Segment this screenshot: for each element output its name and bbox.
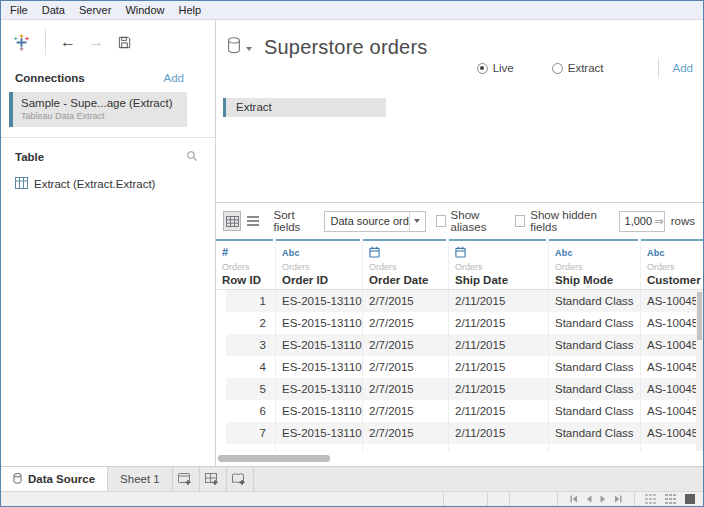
metadata-view-button[interactable] [244, 211, 262, 231]
connection-mode-controls: Live Extract Add [477, 58, 693, 78]
show-tabs-view-button[interactable] [645, 494, 656, 504]
last-sheet-button[interactable] [614, 495, 622, 503]
string-type-icon: Abc [555, 245, 640, 258]
next-sheet-button[interactable] [600, 495, 606, 503]
vertical-scrollbar-thumb[interactable] [697, 292, 702, 340]
menu-item-window[interactable]: Window [118, 1, 171, 19]
column-name: Order ID [282, 274, 362, 286]
menu-item-help[interactable]: Help [172, 1, 209, 19]
grid-cell: 1 [226, 290, 276, 312]
rows-count-input[interactable] [620, 215, 654, 227]
row-gutter [216, 422, 226, 444]
grid-cell: Standard Class [549, 378, 641, 400]
add-connection-link[interactable]: Add [164, 72, 201, 84]
grid-cell: AS-10045 [641, 378, 703, 400]
horizontal-scrollbar[interactable] [216, 455, 703, 462]
extract-table-chip[interactable]: Extract [223, 98, 386, 117]
sort-fields-label: Sort fields [274, 209, 316, 233]
grid-cell: 7 [226, 422, 276, 444]
apply-rows-arrow-icon[interactable]: ⇒ [654, 215, 664, 228]
connections-header: Connections Add [1, 64, 215, 90]
grid-cell: Standard Class [549, 400, 641, 422]
table-row: 4ES-2015-13110...2/7/20152/11/2015Standa… [216, 356, 703, 378]
save-button[interactable] [112, 30, 136, 54]
grid-cell: 2/7/2015 [363, 400, 449, 422]
connection-name: Sample - Supe...age (Extract) [21, 97, 179, 109]
column-header[interactable]: AbcOrdersOrder ID [276, 239, 363, 289]
new-dashboard-button[interactable] [200, 467, 227, 491]
row-gutter [216, 290, 226, 312]
grid-cell: ES-2015-13110... [276, 290, 363, 312]
dropdown-arrow-box[interactable] [409, 212, 424, 231]
sidebar-item-extract-table[interactable]: Extract (Extract.Extract) [1, 172, 215, 196]
sidebar: Connections Add Sample - Supe...age (Ext… [1, 64, 215, 196]
grid-view-button[interactable] [223, 211, 241, 231]
tab-data-source[interactable]: Data Source [1, 467, 108, 491]
tab-sheet1[interactable]: Sheet 1 [108, 467, 173, 491]
new-story-button[interactable] [227, 467, 254, 491]
table-section-header: Table [1, 138, 215, 172]
filmstrip-view-button[interactable] [665, 494, 676, 504]
redo-button[interactable]: → [84, 30, 108, 54]
column-header[interactable]: AbcOrdersShip Mode [549, 239, 641, 289]
show-aliases-box[interactable] [436, 215, 446, 227]
table-row: 6ES-2015-13110...2/7/20152/11/2015Standa… [216, 400, 703, 422]
grid-cell: Standard Class [549, 312, 641, 334]
show-aliases-checkbox[interactable]: Show aliases [436, 209, 506, 233]
extract-radio-circle[interactable] [552, 63, 563, 74]
status-cell [487, 492, 509, 506]
prev-sheet-button[interactable] [586, 495, 592, 503]
vertical-scrollbar[interactable] [696, 290, 703, 451]
grid-cell: 2/7/2015 [363, 334, 449, 356]
show-hidden-fields-label: Show hidden fields [530, 209, 608, 233]
add-filters-link[interactable]: Add [673, 62, 693, 74]
tableau-logo-icon [9, 30, 33, 54]
column-header[interactable]: AbcOrdersCustomer ID [641, 239, 703, 289]
grid-cell: 2/11/2015 [449, 312, 549, 334]
table-row: 7ES-2015-13110...2/7/20152/11/2015Standa… [216, 422, 703, 444]
status-cell [443, 492, 487, 506]
sheet-view-button[interactable] [685, 494, 695, 504]
grid-cell [226, 444, 276, 451]
show-hidden-fields-checkbox[interactable]: Show hidden fields [515, 209, 608, 233]
number-type-icon: # [222, 245, 275, 258]
horizontal-scrollbar-thumb[interactable] [218, 455, 330, 462]
column-table-name: Orders [282, 262, 362, 272]
grid-cell: 2/11/2015 [449, 356, 549, 378]
grid-cell: 2/11/2015 [449, 400, 549, 422]
chevron-down-icon[interactable] [246, 47, 252, 51]
connection-item[interactable]: Sample - Supe...age (Extract) Tableau Da… [9, 92, 187, 127]
menu-item-data[interactable]: Data [35, 1, 72, 19]
grid-cell: AS-10045 [641, 290, 703, 312]
live-radio[interactable]: Live [477, 62, 514, 74]
grid-cell [641, 444, 703, 451]
list-icon [247, 216, 259, 226]
live-radio-circle[interactable] [477, 63, 488, 74]
show-hidden-fields-box[interactable] [515, 215, 525, 227]
sheet-tab-bar: Data Source Sheet 1 [1, 466, 703, 491]
column-table-name: Orders [369, 262, 448, 272]
grid-cell: 2/7/2015 [363, 378, 449, 400]
rows-label: rows [671, 215, 695, 227]
column-header[interactable]: OrdersShip Date [449, 239, 549, 289]
first-sheet-button[interactable] [570, 495, 578, 503]
column-name: Customer ID [647, 274, 703, 286]
string-type-icon: Abc [647, 245, 703, 258]
calendar-icon [455, 245, 548, 258]
menu-item-file[interactable]: File [3, 1, 35, 19]
extract-radio[interactable]: Extract [552, 62, 604, 74]
column-header[interactable]: #OrdersRow ID [216, 239, 276, 289]
grid-cell: AS-10045 [641, 422, 703, 444]
column-header[interactable]: OrdersOrder Date [363, 239, 449, 289]
new-worksheet-button[interactable] [173, 467, 200, 491]
grid-cell: ES-2015-13110... [276, 356, 363, 378]
column-name: Ship Mode [555, 274, 640, 286]
search-icon[interactable] [186, 148, 201, 166]
sort-order-dropdown[interactable]: Data source order [324, 211, 426, 232]
grid-cell: AS-10045 [641, 312, 703, 334]
menu-bar: FileDataServerWindowHelp [1, 1, 703, 20]
tab-data-source-label: Data Source [28, 473, 95, 485]
menu-item-server[interactable]: Server [72, 1, 118, 19]
undo-button[interactable]: ← [56, 30, 80, 54]
view-mode-toggles [634, 492, 703, 506]
